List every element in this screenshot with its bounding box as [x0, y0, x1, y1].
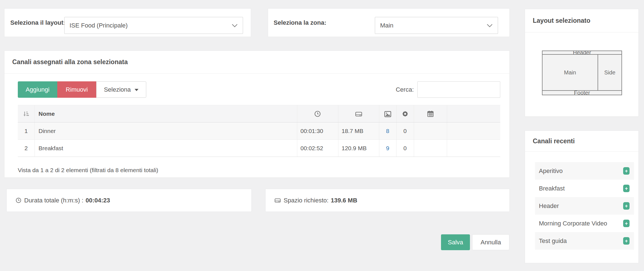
- recent-channel-name: Test guida: [539, 237, 567, 245]
- cell-calendar: [414, 140, 447, 157]
- layout-select-value: ISE Food (Principale): [70, 22, 128, 29]
- required-space-value: 139.6 MB: [331, 197, 357, 204]
- duration-column-header[interactable]: [297, 105, 338, 122]
- select-dropdown-button[interactable]: Seleziona: [96, 81, 146, 98]
- add-button[interactable]: Aggiungi: [18, 81, 57, 98]
- channels-card-title: Canali assegnati alla zona selezionata: [12, 58, 128, 66]
- page: Seleziona il layout: ISE Food (Principal…: [0, 0, 644, 271]
- layout-select-label: Seleziona il layout:: [10, 19, 65, 26]
- remove-button[interactable]: Rimuovi: [57, 81, 96, 98]
- hdd-icon: [274, 198, 281, 203]
- table-row[interactable]: 2Breakfast00:02:52120.9 MB90: [18, 140, 500, 157]
- clock-icon: [16, 197, 21, 203]
- search-area: Cerca:: [396, 81, 500, 98]
- cell-size: 120.9 MB: [338, 140, 379, 157]
- cell-duration: 00:02:52: [297, 140, 338, 157]
- sort-column-header[interactable]: [18, 105, 34, 122]
- preview-zone-footer: Footer: [543, 90, 621, 95]
- recent-channel-item: Aperitivo+: [535, 162, 634, 180]
- recent-channel-name: Breakfast: [539, 185, 565, 192]
- media-column-header[interactable]: [379, 105, 396, 122]
- total-duration-value: 00:04:23: [86, 197, 110, 204]
- cell-name: Breakfast: [34, 140, 297, 157]
- table-header-row: Nome: [18, 105, 500, 122]
- recent-channels-header: Canali recenti: [525, 131, 638, 152]
- save-button[interactable]: Salva: [441, 234, 470, 250]
- table-info-text: Vista da 1 a 2 di 2 elementi (filtrati d…: [18, 167, 158, 174]
- gear-icon: [402, 111, 408, 117]
- selected-layout-header: Layout selezionato: [525, 9, 638, 32]
- layout-select-card: Seleziona il layout: ISE Food (Principal…: [4, 8, 251, 37]
- recent-channel-item: Morning Corporate Video+: [535, 215, 634, 232]
- image-icon: [384, 111, 391, 117]
- preview-zone-side: Side: [598, 55, 621, 90]
- extra-column-header: [447, 105, 500, 122]
- add-channel-button[interactable]: +: [623, 185, 630, 192]
- zone-select-dropdown[interactable]: Main: [375, 17, 498, 34]
- recent-channel-name: Header: [539, 202, 559, 210]
- cell-media-count[interactable]: 8: [379, 122, 396, 140]
- cancel-button[interactable]: Annulla: [472, 234, 509, 250]
- chevron-down-icon: [232, 24, 238, 27]
- recent-channel-name: Aperitivo: [539, 167, 563, 175]
- hdd-icon: [355, 111, 362, 117]
- cell-index: 2: [18, 140, 34, 157]
- size-column-header[interactable]: [338, 105, 379, 122]
- search-input[interactable]: [417, 81, 500, 98]
- recent-channels-title: Canali recenti: [533, 137, 575, 145]
- add-channel-button[interactable]: +: [623, 220, 630, 227]
- cell-size: 18.7 MB: [338, 122, 379, 140]
- channels-table-body: 1Dinner00:01:3018.7 MB802Breakfast00:02:…: [18, 122, 500, 157]
- cell-index: 1: [18, 122, 34, 140]
- caret-down-icon: [135, 89, 138, 91]
- table-row[interactable]: 1Dinner00:01:3018.7 MB80: [18, 122, 500, 140]
- selected-layout-card: Layout selezionato Header Main Side Foot…: [525, 9, 639, 117]
- search-label: Cerca:: [396, 86, 414, 93]
- clock-icon: [314, 111, 321, 117]
- recent-channel-item: Test guida+: [535, 232, 634, 250]
- cell-calendar: [414, 122, 447, 140]
- cell-extra: [447, 122, 500, 140]
- calendar-column-header[interactable]: [414, 105, 447, 122]
- zone-select-value: Main: [380, 22, 393, 29]
- add-channel-button[interactable]: +: [623, 202, 630, 210]
- preview-zone-main: Main: [543, 55, 598, 90]
- zone-select-card: Seleziona la zona: Main: [268, 8, 510, 37]
- total-duration-card: Durata totale (h:m:s) : 00:04:23: [6, 189, 252, 212]
- cell-widget-count: 0: [396, 122, 414, 140]
- channels-toolbar: Aggiungi Rimuovi Seleziona: [18, 81, 146, 98]
- channels-table: Nome: [18, 105, 500, 157]
- layout-preview-diagram: Header Main Side Footer: [542, 51, 622, 95]
- chevron-down-icon: [487, 24, 493, 27]
- total-duration-label: Durata totale (h:m:s) :: [24, 197, 83, 204]
- cell-duration: 00:01:30: [297, 122, 338, 140]
- required-space-label: Spazio richiesto:: [284, 197, 328, 204]
- calendar-icon: [427, 111, 434, 117]
- select-dropdown-label: Seleziona: [104, 86, 131, 93]
- recent-channels-list: Aperitivo+Breakfast+Header+Morning Corpo…: [535, 162, 634, 250]
- zone-select-label: Seleziona la zona:: [274, 19, 326, 26]
- channels-card: Canali assegnati alla zona selezionata A…: [4, 51, 510, 178]
- widgets-column-header[interactable]: [396, 105, 414, 122]
- recent-channel-item: Breakfast+: [535, 180, 634, 197]
- name-column-header[interactable]: Nome: [34, 105, 297, 122]
- channels-card-header: Canali assegnati alla zona selezionata: [4, 51, 509, 74]
- cell-name: Dinner: [34, 122, 297, 140]
- add-channel-button[interactable]: +: [623, 237, 630, 245]
- sort-amount-icon: [23, 111, 29, 117]
- preview-zone-header: Header: [543, 51, 621, 55]
- recent-channel-name: Morning Corporate Video: [539, 220, 607, 227]
- cell-widget-count: 0: [396, 140, 414, 157]
- layout-select-dropdown[interactable]: ISE Food (Principale): [64, 17, 243, 34]
- recent-channels-card: Canali recenti Aperitivo+Breakfast+Heade…: [525, 131, 639, 263]
- selected-layout-title: Layout selezionato: [533, 17, 590, 24]
- add-channel-button[interactable]: +: [623, 167, 630, 175]
- required-space-card: Spazio richiesto: 139.6 MB: [265, 189, 510, 212]
- cell-extra: [447, 140, 500, 157]
- recent-channel-item: Header+: [535, 197, 634, 215]
- cell-media-count[interactable]: 9: [379, 140, 396, 157]
